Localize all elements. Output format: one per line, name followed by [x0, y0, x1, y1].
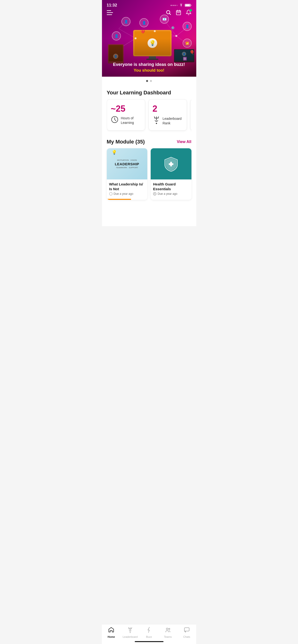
menu-icon[interactable]: [107, 10, 113, 16]
svg-line-50: [169, 14, 171, 14]
svg-rect-1: [185, 4, 190, 6]
notification-badge: [190, 9, 192, 12]
clock-icon: [111, 116, 118, 125]
svg-line-63: [158, 117, 159, 118]
healthguard-thumbnail: [151, 148, 192, 180]
svg-marker-69: [155, 193, 156, 194]
due-icon: [109, 192, 112, 196]
pagination-dot-2[interactable]: [150, 80, 152, 82]
hero-text: Everyone is sharing ideas on buzz! You s…: [102, 58, 196, 77]
top-nav-right: [166, 10, 192, 17]
calendar-icon[interactable]: [176, 10, 181, 17]
status-bar: 11:32: [102, 0, 196, 10]
module-title: My Module (35): [107, 139, 145, 145]
leaderboard-icon: [153, 116, 160, 126]
progress-bar: [107, 199, 131, 200]
status-icons: [171, 4, 192, 7]
svg-rect-48: [107, 14, 112, 15]
healthguard-module-name: Health GuardEssentials: [153, 182, 189, 191]
svg-rect-67: [169, 163, 173, 165]
pagination-dot-1[interactable]: [146, 80, 148, 82]
hero-sub-text: You should too!: [107, 68, 192, 73]
search-icon[interactable]: [166, 10, 171, 17]
card-bottom-hours: Hours ofLearning: [111, 116, 141, 125]
leadership-module-due: Due a year ago: [109, 192, 145, 198]
healthguard-module-due: Due a year ago: [153, 192, 189, 198]
shield-plus-icon: [163, 156, 180, 172]
svg-point-65: [109, 192, 112, 195]
top-nav: [102, 10, 196, 17]
leaderboard-rank-card[interactable]: 2 LeaderboardRank: [148, 99, 187, 130]
leadership-module-info: What Leadership Is/Is Not Due a year ago: [107, 180, 147, 198]
rank-number: 2: [153, 104, 183, 114]
bulb-icon: 💡: [112, 150, 117, 155]
svg-rect-2: [191, 5, 192, 6]
hours-label: Hours ofLearning: [121, 116, 134, 124]
svg-rect-47: [107, 12, 113, 13]
wifi-icon: [179, 4, 183, 7]
svg-line-62: [154, 117, 155, 118]
svg-point-61: [156, 123, 157, 124]
dashboard-section-title: Your Learning Dashboard: [107, 85, 192, 99]
hours-learning-card[interactable]: ~25 Hours ofLearning: [107, 99, 145, 130]
leadership-thumb-content: MOTIVATION VISION LEADERSHIP TEAMWORK SU…: [115, 159, 139, 169]
svg-rect-46: [107, 10, 111, 11]
module-header: My Module (35) View All: [107, 134, 192, 148]
dashboard-cards: ~25 Hours ofLearning 2: [107, 99, 192, 134]
main-content: Your Learning Dashboard ~25 Hours ofLear…: [102, 85, 196, 226]
module-card-healthguard[interactable]: Health GuardEssentials Due a year ago: [151, 148, 192, 200]
view-all-link[interactable]: View All: [177, 140, 191, 144]
hours-number: ~25: [111, 104, 141, 114]
pagination-dots: [102, 77, 196, 85]
card-bottom-rank: LeaderboardRank: [153, 116, 183, 126]
play-icon: [153, 192, 157, 196]
healthguard-module-info: Health GuardEssentials Due a year ago: [151, 180, 192, 198]
module-card-leadership[interactable]: 💡 MOTIVATION VISION LEADERSHIP TEAMWORK …: [107, 148, 147, 200]
rank-label: LeaderboardRank: [163, 116, 182, 125]
status-time: 11:32: [107, 3, 117, 8]
battery-icon: [185, 4, 192, 7]
notification-icon[interactable]: [186, 10, 192, 17]
hero-banner: 💡 👤 👤 👤 👤 👤 📧 👤 📶: [102, 0, 196, 77]
third-card[interactable]: [190, 99, 192, 130]
leadership-thumbnail: 💡 MOTIVATION VISION LEADERSHIP TEAMWORK …: [107, 148, 147, 180]
module-grid: 💡 MOTIVATION VISION LEADERSHIP TEAMWORK …: [107, 148, 192, 204]
hero-main-text: Everyone is sharing ideas on buzz!: [107, 62, 192, 67]
signal-dots: [171, 5, 178, 6]
leadership-module-name: What Leadership Is/Is Not: [109, 182, 145, 191]
